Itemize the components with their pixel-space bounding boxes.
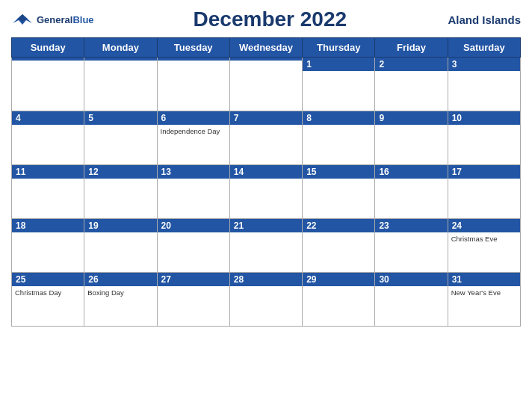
date-number: 9 (379, 113, 443, 123)
day-cell: 2 (375, 58, 448, 111)
day-cell: 21 (229, 219, 302, 273)
day-cell: 17 (448, 165, 520, 219)
date-number: 6 (161, 113, 226, 123)
day-cell: 10 (448, 111, 520, 165)
date-number: 11 (16, 167, 80, 177)
day-cell: 13 (157, 165, 229, 219)
week-row-1: 123 (12, 58, 521, 111)
day-cell: 20 (157, 219, 229, 273)
col-tuesday: Tuesday (157, 38, 229, 58)
date-number: 24 (452, 220, 516, 231)
date-number: 13 (161, 167, 226, 177)
day-cell: 22 (303, 219, 375, 273)
event-label: Christmas Eve (451, 235, 517, 243)
week-row-5: 25Christmas Day26Boxing Day2728293031New… (12, 273, 521, 327)
date-number: 21 (234, 220, 298, 231)
day-cell (157, 58, 229, 111)
day-cell (229, 58, 302, 111)
week-row-4: 18192021222324Christmas Eve (12, 219, 521, 273)
day-cell: 12 (84, 165, 157, 219)
date-number: 3 (452, 59, 516, 69)
col-sunday: Sunday (12, 38, 84, 58)
day-cell: 6Independence Day (157, 111, 229, 165)
date-number: 31 (452, 274, 516, 285)
date-number: 26 (88, 274, 152, 285)
date-number: 5 (88, 113, 152, 123)
calendar-page: GeneralBlue December 2022 Aland Islands … (0, 0, 532, 411)
col-monday: Monday (84, 38, 157, 58)
event-label: New Year's Eve (451, 288, 517, 297)
event-label: Christmas Day (15, 288, 81, 297)
date-number: 14 (234, 167, 298, 177)
date-number: 10 (452, 113, 516, 123)
day-cell: 3 (448, 58, 520, 111)
day-cell: 28 (229, 273, 302, 327)
date-number: 16 (379, 167, 443, 177)
day-cell: 9 (375, 111, 448, 165)
date-number: 18 (16, 220, 80, 231)
date-number: 4 (16, 113, 80, 123)
col-saturday: Saturday (448, 38, 520, 58)
logo-icon (11, 13, 34, 26)
day-cell: 4 (12, 111, 84, 165)
date-number: 8 (306, 113, 371, 123)
day-cell (12, 58, 84, 111)
date-number: 1 (306, 59, 371, 69)
day-cell: 24Christmas Eve (448, 219, 520, 273)
weekday-header-row: Sunday Monday Tuesday Wednesday Thursday… (12, 38, 521, 58)
date-number: 25 (16, 274, 80, 285)
day-cell: 18 (12, 219, 84, 273)
week-row-3: 11121314151617 (12, 165, 521, 219)
day-cell: 29 (303, 273, 375, 327)
date-number: 12 (88, 167, 152, 177)
date-number: 7 (234, 113, 298, 123)
col-wednesday: Wednesday (229, 38, 302, 58)
day-cell: 15 (303, 165, 375, 219)
day-cell: 8 (303, 111, 375, 165)
week-row-2: 456Independence Day78910 (12, 111, 521, 165)
day-cell: 14 (229, 165, 302, 219)
day-cell: 5 (84, 111, 157, 165)
day-cell: 25Christmas Day (12, 273, 84, 327)
region-title: Aland Islands (446, 13, 521, 26)
day-cell: 16 (375, 165, 448, 219)
day-cell: 1 (303, 58, 375, 111)
day-cell (84, 58, 157, 111)
day-cell: 11 (12, 165, 84, 219)
date-number: 19 (88, 220, 152, 231)
date-number: 17 (452, 167, 516, 177)
date-number: 29 (306, 274, 371, 285)
day-cell: 26Boxing Day (84, 273, 157, 327)
day-cell: 31New Year's Eve (448, 273, 520, 327)
col-thursday: Thursday (303, 38, 375, 58)
date-number: 28 (234, 274, 298, 285)
logo: GeneralBlue (11, 13, 94, 26)
day-cell: 7 (229, 111, 302, 165)
day-cell: 30 (375, 273, 448, 327)
date-number: 2 (379, 59, 443, 69)
month-title: December 2022 (94, 7, 446, 31)
date-number: 20 (161, 220, 226, 231)
day-cell: 19 (84, 219, 157, 273)
day-cell: 27 (157, 273, 229, 327)
col-friday: Friday (375, 38, 448, 58)
date-number: 15 (306, 167, 371, 177)
logo-general: General (37, 14, 72, 25)
day-cell: 23 (375, 219, 448, 273)
logo-text: GeneralBlue (37, 14, 94, 25)
svg-marker-1 (17, 14, 28, 22)
event-label: Independence Day (161, 127, 226, 135)
date-number: 30 (379, 274, 443, 285)
event-label: Boxing Day (87, 288, 153, 297)
calendar-header: GeneralBlue December 2022 Aland Islands (11, 7, 521, 31)
date-number: 22 (306, 220, 371, 231)
date-number: 27 (161, 274, 226, 285)
date-number: 23 (379, 220, 443, 231)
calendar-table: Sunday Monday Tuesday Wednesday Thursday… (11, 37, 521, 327)
logo-blue-text: Blue (72, 14, 93, 25)
